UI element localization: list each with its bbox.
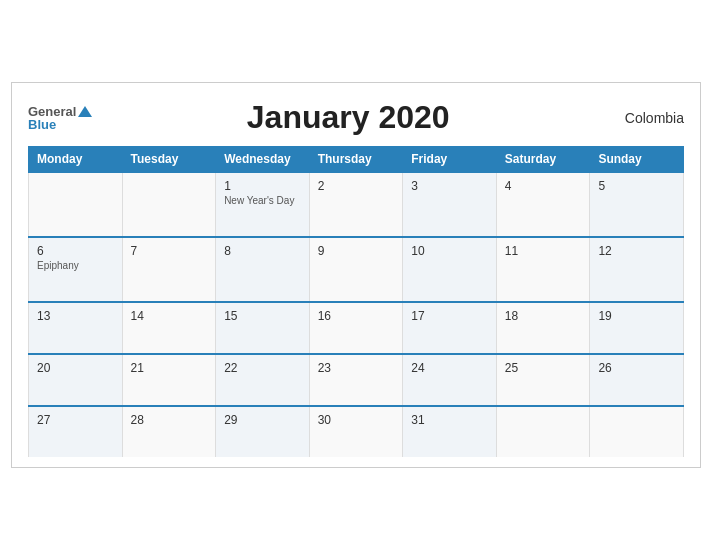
- logo: General Blue: [28, 105, 92, 131]
- weekday-header-tuesday: Tuesday: [122, 147, 216, 173]
- day-number: 22: [224, 361, 301, 375]
- calendar-cell: [29, 172, 123, 237]
- calendar-cell: 18: [496, 302, 590, 354]
- weekday-header-row: MondayTuesdayWednesdayThursdayFridaySatu…: [29, 147, 684, 173]
- day-number: 11: [505, 244, 582, 258]
- calendar-cell: 4: [496, 172, 590, 237]
- day-number: 24: [411, 361, 488, 375]
- day-number: 20: [37, 361, 114, 375]
- day-number: 2: [318, 179, 395, 193]
- calendar-cell: [496, 406, 590, 457]
- calendar-container: General Blue January 2020 Colombia Monda…: [11, 82, 701, 468]
- calendar-cell: 5: [590, 172, 684, 237]
- day-number: 16: [318, 309, 395, 323]
- logo-blue-text: Blue: [28, 118, 92, 131]
- calendar-cell: 12: [590, 237, 684, 302]
- day-number: 21: [131, 361, 208, 375]
- calendar-cell: 16: [309, 302, 403, 354]
- week-row-2: 6Epiphany789101112: [29, 237, 684, 302]
- calendar-cell: 30: [309, 406, 403, 457]
- calendar-cell: 9: [309, 237, 403, 302]
- calendar-cell: 22: [216, 354, 310, 406]
- calendar-cell: 11: [496, 237, 590, 302]
- day-number: 28: [131, 413, 208, 427]
- weekday-header-friday: Friday: [403, 147, 497, 173]
- weekday-header-saturday: Saturday: [496, 147, 590, 173]
- logo-general-text: General: [28, 105, 76, 118]
- day-number: 1: [224, 179, 301, 193]
- calendar-cell: 19: [590, 302, 684, 354]
- calendar-table: MondayTuesdayWednesdayThursdayFridaySatu…: [28, 146, 684, 457]
- day-number: 12: [598, 244, 675, 258]
- day-number: 29: [224, 413, 301, 427]
- calendar-cell: 20: [29, 354, 123, 406]
- calendar-cell: 14: [122, 302, 216, 354]
- logo-triangle-icon: [78, 106, 92, 117]
- calendar-cell: 3: [403, 172, 497, 237]
- calendar-cell: 28: [122, 406, 216, 457]
- calendar-cell: 15: [216, 302, 310, 354]
- day-number: 9: [318, 244, 395, 258]
- holiday-label: Epiphany: [37, 260, 114, 271]
- day-number: 7: [131, 244, 208, 258]
- weekday-header-thursday: Thursday: [309, 147, 403, 173]
- day-number: 15: [224, 309, 301, 323]
- calendar-cell: 8: [216, 237, 310, 302]
- calendar-cell: 29: [216, 406, 310, 457]
- calendar-cell: 2: [309, 172, 403, 237]
- day-number: 26: [598, 361, 675, 375]
- day-number: 13: [37, 309, 114, 323]
- calendar-header: General Blue January 2020 Colombia: [28, 99, 684, 136]
- calendar-cell: 24: [403, 354, 497, 406]
- day-number: 4: [505, 179, 582, 193]
- calendar-cell: 6Epiphany: [29, 237, 123, 302]
- calendar-cell: 7: [122, 237, 216, 302]
- calendar-cell: 25: [496, 354, 590, 406]
- calendar-cell: 13: [29, 302, 123, 354]
- day-number: 19: [598, 309, 675, 323]
- calendar-cell: 31: [403, 406, 497, 457]
- day-number: 18: [505, 309, 582, 323]
- day-number: 31: [411, 413, 488, 427]
- day-number: 14: [131, 309, 208, 323]
- day-number: 10: [411, 244, 488, 258]
- week-row-1: 1New Year's Day2345: [29, 172, 684, 237]
- day-number: 17: [411, 309, 488, 323]
- holiday-label: New Year's Day: [224, 195, 301, 206]
- calendar-cell: 26: [590, 354, 684, 406]
- day-number: 27: [37, 413, 114, 427]
- day-number: 6: [37, 244, 114, 258]
- calendar-cell: [590, 406, 684, 457]
- calendar-cell: 21: [122, 354, 216, 406]
- week-row-4: 20212223242526: [29, 354, 684, 406]
- day-number: 30: [318, 413, 395, 427]
- calendar-cell: 27: [29, 406, 123, 457]
- week-row-5: 2728293031: [29, 406, 684, 457]
- day-number: 8: [224, 244, 301, 258]
- calendar-title: January 2020: [92, 99, 604, 136]
- day-number: 25: [505, 361, 582, 375]
- weekday-header-monday: Monday: [29, 147, 123, 173]
- day-number: 3: [411, 179, 488, 193]
- weekday-header-wednesday: Wednesday: [216, 147, 310, 173]
- day-number: 5: [598, 179, 675, 193]
- weekday-header-sunday: Sunday: [590, 147, 684, 173]
- calendar-cell: 10: [403, 237, 497, 302]
- week-row-3: 13141516171819: [29, 302, 684, 354]
- country-label: Colombia: [604, 110, 684, 126]
- calendar-cell: 17: [403, 302, 497, 354]
- calendar-cell: 23: [309, 354, 403, 406]
- day-number: 23: [318, 361, 395, 375]
- calendar-cell: [122, 172, 216, 237]
- calendar-cell: 1New Year's Day: [216, 172, 310, 237]
